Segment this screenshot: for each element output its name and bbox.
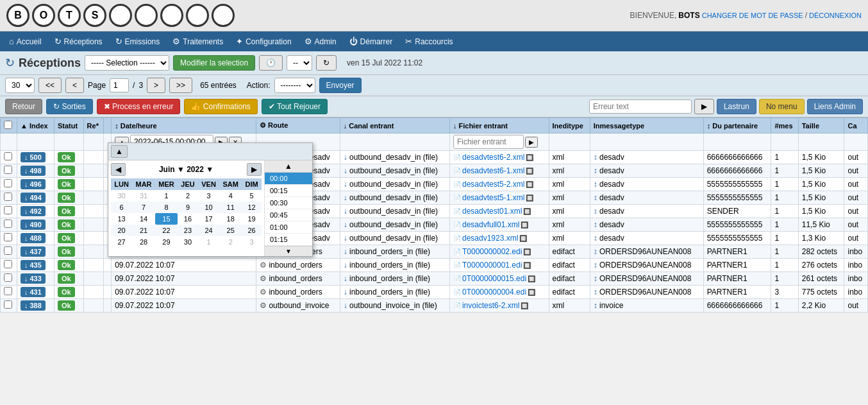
row-canal-4: ↓ outbound_desadv_in (file) (340, 205, 449, 218)
row-index-10: ↓ 431 (21, 287, 46, 297)
row-ca-0: out (844, 151, 868, 164)
row-checkbox-0[interactable] (4, 152, 12, 160)
retour-button[interactable]: Retour (5, 99, 42, 114)
page-input[interactable] (110, 78, 129, 92)
row-ca-11: out (844, 299, 868, 313)
row-index-6: ↓ 488 (21, 233, 46, 243)
col-fichier: ↓ Fichier entrant (449, 118, 549, 134)
search-button[interactable]: ▶ (694, 99, 714, 114)
process-erreur-button[interactable]: ✖ Process en erreur (97, 99, 181, 114)
fichier-filter-button[interactable]: ▶ (525, 137, 538, 148)
liens-admin-button[interactable]: Liens Admin (807, 99, 863, 114)
time-item[interactable]: 01:00 (265, 221, 312, 234)
row-status-9: Ok (58, 273, 75, 284)
fichier-filter-input[interactable] (453, 135, 524, 149)
selection-dropdown[interactable]: ----- Selection ------ (85, 55, 169, 71)
nomenu-button[interactable]: No menu (759, 99, 805, 114)
row-checkbox-7[interactable] (4, 246, 12, 255)
sorties-button[interactable]: ↻ Sorties (46, 99, 93, 114)
time-item[interactable]: 00:00 (265, 173, 312, 185)
row-checkbox-6[interactable] (4, 233, 12, 241)
row-checkbox-8[interactable] (4, 260, 12, 268)
nav-configuration[interactable]: ✦ Configuration (230, 31, 297, 51)
change-password-link[interactable]: CHANGER DE MOT DE PASSE (702, 12, 803, 19)
time-item[interactable]: 00:45 (265, 209, 312, 221)
send-button[interactable]: Envoyer (319, 78, 362, 93)
row-checkbox-3[interactable] (4, 193, 12, 201)
row-status-0: Ok (58, 152, 75, 162)
nav-emissions[interactable]: ↻ Emissions (109, 31, 167, 51)
time-item[interactable]: 01:15 (265, 234, 312, 246)
cal-times-up[interactable]: ▲ (265, 160, 312, 173)
row-taille-4: 1,5 Kio (798, 205, 844, 218)
nav-raccourcis[interactable]: ✂ Raccourcis (399, 31, 459, 51)
page-title-icon: ↻ (5, 56, 15, 70)
time-item[interactable]: 00:30 (265, 197, 312, 209)
search-input[interactable] (589, 99, 692, 114)
row-index-11: ↓ 388 (21, 300, 46, 311)
cal-next-month[interactable]: ▶ (247, 163, 262, 176)
next-page-button[interactable]: > (147, 78, 165, 93)
row-checkbox-1[interactable] (4, 166, 12, 174)
status-dropdown[interactable]: -- (287, 55, 312, 71)
refresh-button[interactable]: ↻ (316, 55, 337, 71)
row-taille-5: 11,5 Kio (798, 218, 844, 232)
prev-page-button[interactable]: < (65, 78, 84, 93)
nav-accueil[interactable]: ⌂ Accueil (3, 31, 48, 51)
col-flag (104, 118, 112, 134)
row-status-4: Ok (58, 206, 75, 216)
row-ineditype-9: edifact (549, 272, 590, 286)
row-checkbox-4[interactable] (4, 206, 12, 214)
col-ca: Ca (844, 118, 868, 134)
configuration-icon: ✦ (236, 37, 243, 46)
row-status-8: Ok (58, 260, 75, 270)
confirmations-button[interactable]: 👍 Confirmations (184, 99, 257, 114)
time-item[interactable]: 00:15 (265, 185, 312, 197)
cal-times-down[interactable]: ▼ (265, 246, 312, 256)
table-row: ↓ 431 Ok 09.07.2022 10:07 ⚙ inbound_orde… (1, 286, 868, 299)
row-status-7: Ok (58, 246, 75, 257)
cal-top-prev[interactable]: ▲ (111, 145, 128, 158)
last-page-button[interactable]: >> (169, 78, 192, 93)
row-checkbox-11[interactable] (4, 300, 12, 309)
logo-e2 (135, 4, 158, 27)
modify-selection-button[interactable]: Modifier la selection (173, 55, 255, 71)
clock-button[interactable]: 🕐 (259, 55, 283, 71)
row-date-11: 09.07.2022 10:07 (112, 299, 256, 313)
date-display: ven 15 Jul 2022 11:02 (347, 58, 422, 67)
select-all-checkbox[interactable] (4, 121, 12, 129)
logo-s: S (83, 4, 106, 27)
emissions-icon: ↻ (115, 37, 122, 46)
row-taille-3: 1,5 Kio (798, 191, 844, 205)
row-index-2: ↓ 496 (21, 179, 46, 189)
row-partner-11: 6666666666666 (703, 299, 771, 313)
per-page-select[interactable]: 30 (5, 78, 35, 93)
row-canal-5: ↓ outbound_desadv_in (file) (340, 218, 449, 232)
row-partner-3: 5555555555555 (703, 191, 771, 205)
demarrer-icon: ⏻ (349, 37, 358, 46)
row-route-8: ⚙ inbound_orders (256, 259, 340, 272)
row-ca-1: out (844, 164, 868, 178)
first-page-button[interactable]: << (38, 78, 62, 93)
nav-receptions[interactable]: ↻ Réceptions (48, 31, 109, 51)
cal-prev-month[interactable]: ◀ (111, 163, 126, 176)
table-row: ↓ 433 Ok 09.07.2022 10:07 ⚙ inbound_orde… (1, 272, 868, 286)
row-checkbox-9[interactable] (4, 273, 12, 282)
confirm-icon: 👍 (191, 102, 203, 111)
row-checkbox-2[interactable] (4, 179, 12, 187)
row-mes-3: 1 (771, 191, 798, 205)
row-ca-10: inbo (844, 286, 868, 299)
logout-link[interactable]: DÉCONNEXION (809, 12, 862, 19)
col-taille: Taille (798, 118, 844, 134)
nav-receptions-label: Réceptions (64, 37, 103, 46)
row-ca-2: out (844, 178, 868, 191)
row-checkbox-10[interactable] (4, 287, 12, 295)
tout-rejouer-button[interactable]: ✔ Tout Rejouer (262, 99, 328, 114)
row-checkbox-5[interactable] (4, 220, 12, 228)
nav-traitements[interactable]: ⚙ Traitements (166, 31, 230, 51)
nav-demarrer[interactable]: ⏻ Démarrer (343, 31, 399, 51)
row-mes-6: 1 (771, 232, 798, 245)
action-dropdown[interactable]: -------- (274, 78, 315, 93)
nav-admin[interactable]: ⚙ Admin (298, 31, 343, 51)
lastrun-button[interactable]: Lastrun (717, 99, 756, 114)
